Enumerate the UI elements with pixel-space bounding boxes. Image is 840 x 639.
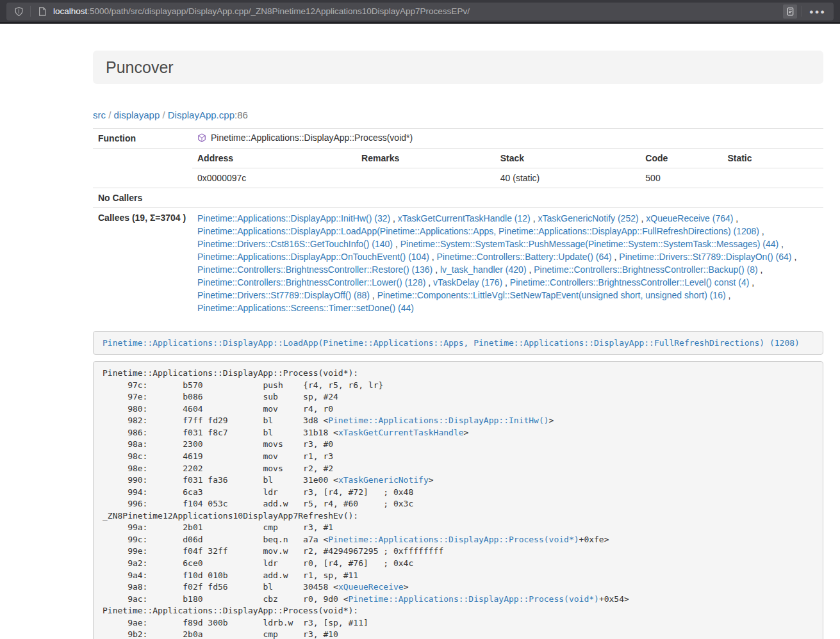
code-symbol-link[interactable]: Pinetime::Applications::DisplayApp::Proc… (349, 594, 599, 604)
table-row: No Callers (93, 188, 823, 208)
browser-toolbar: localhost:5000/path/src/displayapp/Displ… (0, 0, 840, 24)
static-value (722, 168, 823, 188)
callee-link[interactable]: lv_task_handler (420) (440, 264, 527, 275)
shield-icon[interactable] (12, 4, 26, 19)
empty-row-label (93, 149, 192, 188)
code-symbol-link[interactable]: xTaskGetCurrentTaskHandle (338, 428, 464, 437)
column-header-static: Static (722, 149, 823, 168)
callee-link[interactable]: Pinetime::Applications::DisplayApp::Init… (197, 213, 390, 223)
callee-link[interactable]: Pinetime::Controllers::BrightnessControl… (197, 264, 432, 275)
page-content: Puncover src / displayapp / DisplayApp.c… (93, 51, 823, 639)
callee-link[interactable]: Pinetime::Components::LittleVgl::SetNewT… (377, 290, 726, 300)
callee-link[interactable]: Pinetime::Controllers::BrightnessControl… (510, 277, 749, 287)
table-header-row: Address Remarks Stack Code Static (192, 149, 823, 168)
url-path: :5000/path/src/displayapp/DisplayApp.cpp… (87, 6, 470, 16)
callers-cell (192, 188, 823, 208)
callee-link[interactable]: Pinetime::Drivers::St7789::DisplayOff() … (197, 290, 370, 300)
url-bar[interactable]: localhost:5000/path/src/displayapp/Displ… (6, 3, 834, 20)
function-table: Function Pinetime::Applications::Display… (93, 128, 823, 318)
reader-mode-icon[interactable] (783, 4, 797, 19)
breadcrumb-link[interactable]: displayapp (114, 109, 160, 120)
toolbar-divider (802, 6, 802, 17)
breadcrumb: src / displayapp / DisplayApp.cpp:86 (93, 109, 823, 120)
callee-link[interactable]: Pinetime::System::SystemTask::PushMessag… (400, 239, 779, 249)
callee-link[interactable]: xQueueReceive (764) (646, 213, 733, 223)
breadcrumb-link[interactable]: src (93, 109, 106, 120)
table-row: 0x0000097c 40 (static) 500 (192, 168, 823, 188)
callee-link[interactable]: xTaskGetCurrentTaskHandle (12) (398, 213, 531, 223)
column-header-address: Address (192, 149, 356, 168)
callee-link[interactable]: Pinetime::Controllers::Battery::Update()… (437, 252, 612, 262)
url-host: localhost (53, 6, 87, 16)
callees-list: Pinetime::Applications::DisplayApp::Init… (192, 208, 823, 319)
callee-link[interactable]: Pinetime::Applications::DisplayApp::OnTo… (197, 252, 429, 262)
table-row: Callees (19, Σ=3704 ) Pinetime::Applicat… (93, 208, 823, 319)
callee-link[interactable]: Pinetime::Applications::DisplayApp::Load… (197, 226, 759, 236)
function-cube-icon (197, 133, 206, 143)
code-symbol-link[interactable]: xTaskGenericNotify (338, 475, 429, 485)
callee-link[interactable]: Pinetime::Drivers::Cst816S::GetTouchInfo… (197, 239, 393, 249)
function-name-cell: Pinetime::Applications::DisplayApp::Proc… (192, 129, 823, 149)
url-text: localhost:5000/path/src/displayapp/Displ… (53, 6, 783, 16)
breadcrumb-separator: / (106, 109, 114, 120)
no-callers-label: No Callers (93, 188, 192, 208)
code-value: 500 (640, 168, 722, 188)
code-symbol-link[interactable]: xQueueReceive (338, 582, 404, 592)
table-row: Function Pinetime::Applications::Display… (93, 129, 823, 149)
callee-link[interactable]: Pinetime::Controllers::BrightnessControl… (197, 277, 425, 287)
code-symbol-link[interactable]: Pinetime::Applications::DisplayApp::Init… (328, 416, 548, 425)
callee-link[interactable]: xTaskGenericNotify (252) (538, 213, 638, 223)
metrics-cell: Address Remarks Stack Code Static 0x0000… (192, 149, 823, 188)
toolbar-divider (30, 6, 31, 17)
highlighted-callee-link[interactable]: Pinetime::Applications::DisplayApp::Load… (103, 338, 800, 348)
page-title: Puncover (106, 58, 811, 76)
breadcrumb-separator: / (160, 109, 168, 120)
column-header-code: Code (640, 149, 722, 168)
highlighted-callee-panel: Pinetime::Applications::DisplayApp::Load… (93, 331, 823, 355)
app-header: Puncover (93, 51, 823, 84)
callees-label: Callees (19, Σ=3704 ) (93, 208, 192, 319)
column-header-stack: Stack (495, 149, 641, 168)
table-row: Address Remarks Stack Code Static 0x0000… (93, 149, 823, 188)
callee-link[interactable]: Pinetime::Controllers::BrightnessControl… (534, 264, 757, 275)
remarks-value (356, 168, 495, 188)
column-header-remarks: Remarks (356, 149, 495, 168)
address-value: 0x0000097c (192, 168, 356, 188)
callee-link[interactable]: vTaskDelay (176) (433, 277, 502, 287)
ellipsis-menu-icon[interactable]: ●●● (807, 8, 828, 15)
function-name: Pinetime::Applications::DisplayApp::Proc… (211, 133, 413, 143)
code-symbol-link[interactable]: Pinetime::Applications::DisplayApp::Proc… (328, 535, 579, 544)
breadcrumb-line-number: :86 (235, 109, 248, 120)
stack-value: 40 (static) (495, 168, 641, 188)
breadcrumb-link[interactable]: DisplayApp.cpp (168, 109, 235, 120)
callee-link[interactable]: Pinetime::Applications::Screens::Timer::… (197, 303, 414, 313)
metrics-table: Address Remarks Stack Code Static 0x0000… (192, 149, 823, 188)
function-row-label: Function (93, 129, 192, 149)
disassembly-pre: Pinetime::Applications::DisplayApp::Proc… (93, 361, 823, 639)
callee-link[interactable]: Pinetime::Drivers::St7789::DisplayOn() (… (619, 252, 791, 262)
page-icon[interactable] (35, 4, 49, 19)
